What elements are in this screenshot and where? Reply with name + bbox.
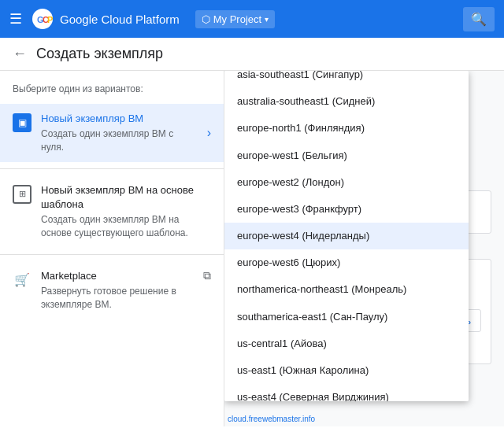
vm-icon: ▣ xyxy=(13,113,32,132)
main-content: Выберите один из вариантов: ▣ Новый экзе… xyxy=(0,71,504,426)
dropdown-item-16[interactable]: us-east1 (Южная Каролина) xyxy=(224,357,469,384)
sidebar-marketplace-text: Marketplace Развернуть готовое решение в… xyxy=(41,269,194,312)
dropdown-item-9[interactable]: europe-west2 (Лондон) xyxy=(224,169,469,196)
sidebar-template-vm-desc: Создать один экземпляр ВМ на основе суще… xyxy=(41,213,211,240)
sidebar-new-vm-desc: Создать один экземпляр ВМ с нуля. xyxy=(41,127,198,154)
dropdown-item-5[interactable]: asia-southeast1 (Сингапур) xyxy=(224,71,469,88)
sidebar-template-vm-text: Новый экземпляр ВМ на основе шаблона Соз… xyxy=(41,183,211,240)
dropdown-item-10[interactable]: europe-west3 (Франкфурт) xyxy=(224,196,469,223)
arrow-right-icon: › xyxy=(207,126,211,140)
dropdown-item-11[interactable]: europe-west4 (Нидерланды) xyxy=(224,223,469,249)
project-selector[interactable]: ⬡ My Project ▾ xyxy=(195,10,275,28)
dropdown-item-7[interactable]: europe-north1 (Финляндия) xyxy=(224,115,469,142)
subheader: ← Создать экземпляр xyxy=(0,38,504,71)
content-area: asia-east1 (Тайвань)asia-east2 (Гонконг)… xyxy=(224,71,504,426)
marketplace-icon: 🛒 xyxy=(13,271,32,290)
dropdown-item-17[interactable]: us-east4 (Северная Вирджиния) xyxy=(224,384,469,401)
menu-icon[interactable]: ☰ xyxy=(9,10,22,28)
project-label: My Project xyxy=(213,13,261,25)
sidebar-marketplace-title: Marketplace xyxy=(41,269,194,283)
search-button[interactable]: 🔍 xyxy=(463,7,495,31)
sidebar-divider-2 xyxy=(0,254,224,255)
sidebar-prompt: Выберите один из вариантов: xyxy=(0,83,224,104)
external-link-icon: ⧉ xyxy=(203,269,211,282)
dropdown-item-12[interactable]: europe-west6 (Цюрих) xyxy=(224,249,469,276)
dropdown-item-8[interactable]: europe-west1 (Бельгия) xyxy=(224,142,469,169)
sidebar-item-template-vm[interactable]: ⊞ Новый экземпляр ВМ на основе шаблона С… xyxy=(0,175,224,248)
dropdown-overlay: asia-east1 (Тайвань)asia-east2 (Гонконг)… xyxy=(224,71,504,426)
header: ☰ G C P Google Cloud Platform ⬡ My Proje… xyxy=(0,0,504,38)
sidebar-new-vm-title: Новый экземпляр ВМ xyxy=(41,112,198,126)
dropdown-item-14[interactable]: southamerica-east1 (Сан-Паулу) xyxy=(224,304,469,330)
back-button[interactable]: ← xyxy=(13,46,27,62)
header-title: Google Cloud Platform xyxy=(60,13,180,26)
sidebar-item-marketplace[interactable]: 🛒 Marketplace Развернуть готовое решение… xyxy=(0,261,224,319)
project-icon: ⬡ xyxy=(202,13,210,25)
gcp-logo-icon: G C P xyxy=(32,8,54,30)
region-dropdown-menu[interactable]: asia-east1 (Тайвань)asia-east2 (Гонконг)… xyxy=(224,71,469,401)
svg-text:P: P xyxy=(47,15,53,24)
header-logo: G C P Google Cloud Platform xyxy=(32,8,180,30)
sidebar-divider-1 xyxy=(0,168,224,169)
page-title: Создать экземпляр xyxy=(36,46,163,62)
dropdown-item-6[interactable]: australia-southeast1 (Сидней) xyxy=(224,88,469,115)
sidebar-new-vm-text: Новый экземпляр ВМ Создать один экземпля… xyxy=(41,112,198,154)
template-icon: ⊞ xyxy=(13,185,32,204)
search-icon: 🔍 xyxy=(471,12,487,27)
sidebar: Выберите один из вариантов: ▣ Новый экзе… xyxy=(0,71,224,426)
sidebar-marketplace-desc: Развернуть готовое решение в экземпляре … xyxy=(41,285,194,312)
dropdown-item-13[interactable]: northamerica-northeast1 (Монреаль) xyxy=(224,276,469,303)
sidebar-item-new-vm[interactable]: ▣ Новый экземпляр ВМ Создать один экземп… xyxy=(0,104,224,162)
dropdown-item-15[interactable]: us-central1 (Айова) xyxy=(224,330,469,357)
chevron-down-icon: ▾ xyxy=(265,15,269,24)
sidebar-template-vm-title: Новый экземпляр ВМ на основе шаблона xyxy=(41,183,211,212)
